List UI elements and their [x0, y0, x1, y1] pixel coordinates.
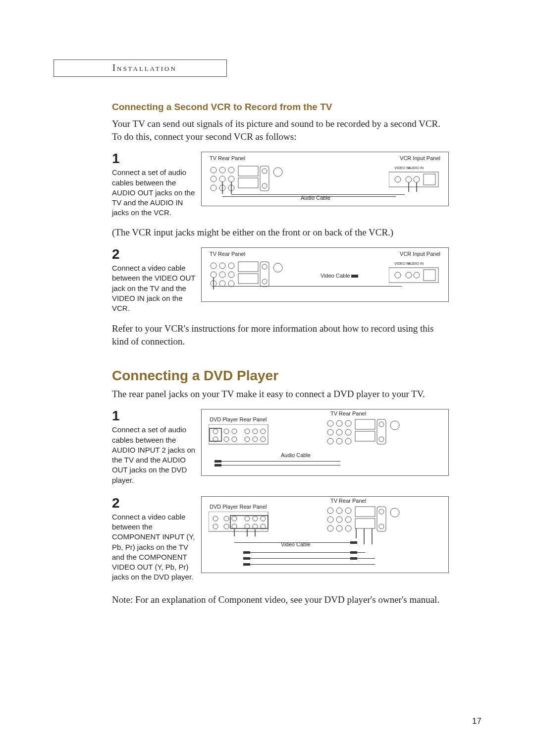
dvd-step2-num: 2	[112, 496, 196, 510]
svg-point-103	[345, 525, 351, 531]
svg-point-3	[228, 167, 234, 173]
svg-point-80	[224, 516, 229, 521]
svg-rect-118	[350, 557, 357, 560]
svg-rect-115	[243, 563, 250, 566]
vcr-step1-diagram: TV Rear Panel VCR Input Panel	[201, 152, 449, 206]
svg-rect-46	[351, 275, 358, 278]
svg-point-82	[213, 524, 218, 529]
plug-icon	[214, 460, 223, 464]
svg-point-79	[213, 516, 218, 521]
svg-point-68	[336, 438, 342, 444]
cable-line	[214, 286, 402, 287]
svg-point-5	[219, 176, 225, 182]
svg-point-7	[211, 185, 216, 191]
content-column: Connecting a Second VCR to Record from t…	[112, 102, 449, 606]
cable-line	[234, 542, 357, 543]
svg-point-108	[379, 524, 384, 529]
dvd-step1-row: 1 Connect a set of audio cables between …	[112, 409, 449, 485]
tv-rear-panel-label: TV Rear Panel	[330, 498, 366, 504]
svg-rect-11	[238, 178, 258, 188]
svg-point-66	[345, 429, 351, 435]
svg-point-19	[395, 176, 401, 182]
vcr-step2-row: 2 Connect a video cable between the VIDE…	[112, 247, 449, 313]
svg-point-50	[232, 429, 237, 434]
vcr-step1-num: 1	[112, 152, 196, 166]
svg-point-52	[224, 437, 229, 442]
vcr-input-panel-label: VCR Input Panel	[400, 155, 440, 161]
svg-point-99	[336, 517, 342, 523]
svg-point-102	[336, 525, 342, 531]
tv-panel-graphic	[325, 505, 410, 544]
svg-point-43	[406, 272, 412, 278]
dvd-step1-left: 1 Connect a set of audio cables between …	[112, 409, 201, 485]
tv-rear-panel-label: TV Rear Panel	[210, 155, 245, 161]
svg-point-30	[228, 272, 234, 278]
svg-rect-71	[355, 431, 375, 441]
svg-point-53	[232, 437, 237, 442]
vcr-step1-text: Connect a set of audio cables between th…	[112, 168, 196, 218]
svg-point-55	[253, 429, 258, 434]
svg-point-63	[345, 420, 351, 426]
plug-icon	[242, 557, 252, 561]
dvd-step1-diagram: DVD Player Rear Panel TV Rear Panel	[201, 409, 449, 476]
svg-point-75	[390, 421, 399, 430]
svg-point-29	[219, 272, 225, 278]
svg-point-101	[327, 525, 333, 531]
cable-line	[216, 461, 340, 462]
dvd-step2-row: 2 Connect a video cable between the COMP…	[112, 496, 449, 582]
cable-line	[246, 552, 365, 553]
dvd-rear-panel-label: DVD Player Rear Panel	[210, 504, 267, 510]
svg-point-64	[327, 429, 333, 435]
svg-point-100	[345, 517, 351, 523]
svg-point-44	[414, 272, 420, 278]
tv-panel-graphic	[325, 417, 410, 447]
svg-point-58	[253, 437, 258, 442]
svg-point-98	[327, 517, 333, 523]
svg-point-109	[390, 508, 399, 517]
svg-point-2	[219, 167, 225, 173]
tv-panel-graphic	[209, 164, 288, 194]
svg-point-6	[228, 176, 234, 182]
audio-in-label: AUDIO IN	[408, 262, 424, 265]
dvd-step1-text: Connect a set of audio cables between th…	[112, 425, 196, 485]
plug-icon	[349, 551, 359, 555]
svg-point-15	[273, 168, 282, 176]
svg-point-97	[345, 508, 351, 514]
svg-point-81	[232, 516, 237, 521]
vcr-step1-left: 1 Connect a set of audio cables between …	[112, 152, 201, 218]
vcr-section-title: Connecting a Second VCR to Record from t…	[112, 102, 449, 113]
svg-rect-76	[214, 460, 221, 463]
svg-rect-106	[377, 507, 386, 531]
svg-point-1	[211, 167, 216, 173]
plug-icon	[242, 551, 252, 555]
svg-rect-105	[355, 519, 375, 528]
section-header-box: Installation	[54, 59, 227, 77]
dvd-rear-panel-label: DVD Player Rear Panel	[210, 416, 267, 422]
video-in-label: VIDEO IN	[394, 262, 410, 265]
svg-point-25	[211, 263, 216, 269]
svg-rect-113	[243, 551, 250, 554]
dvd-step2-text: Connect a video cable between the COMPON…	[112, 512, 196, 582]
plug-icon	[242, 563, 252, 567]
vcr-input-panel-label: VCR Input Panel	[400, 251, 440, 257]
svg-rect-116	[350, 541, 357, 544]
svg-point-62	[336, 420, 342, 426]
svg-point-28	[211, 272, 216, 278]
vcr-step2-diagram: TV Rear Panel VCR Input Panel	[201, 247, 449, 302]
svg-rect-34	[238, 262, 258, 272]
manual-page: Installation Connecting a Second VCR to …	[0, 0, 535, 756]
dvd-section-note: Note: For an explanation of Component vi…	[112, 593, 449, 606]
svg-point-4	[211, 176, 216, 182]
video-in-label: VIDEO IN	[394, 166, 410, 170]
page-number: 17	[472, 716, 482, 726]
svg-point-83	[224, 524, 229, 529]
svg-point-87	[261, 516, 266, 521]
tv-rear-panel-label: TV Rear Panel	[210, 251, 245, 257]
svg-rect-12	[260, 166, 269, 191]
svg-point-37	[262, 264, 267, 269]
svg-point-85	[245, 516, 250, 521]
svg-rect-10	[238, 166, 258, 176]
svg-point-107	[379, 509, 384, 514]
svg-point-54	[245, 429, 250, 434]
dvd-panel-graphic	[209, 512, 273, 536]
